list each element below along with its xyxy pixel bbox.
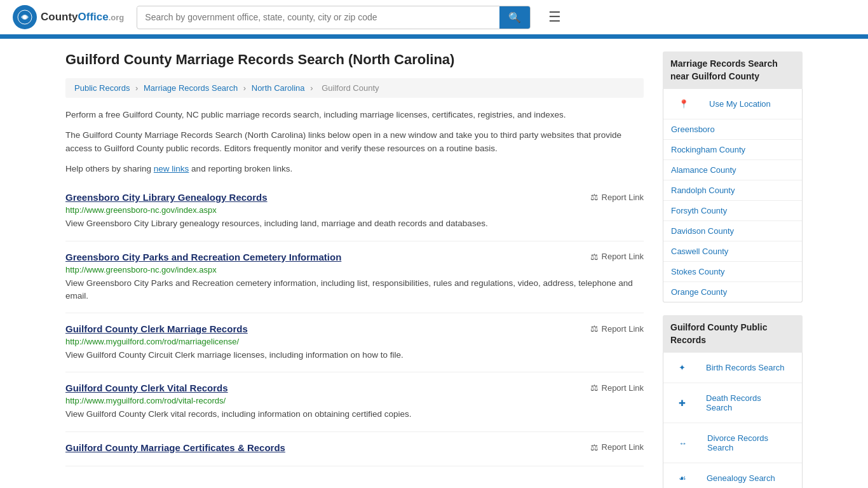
- report-icon-0: ⚖: [590, 192, 599, 202]
- result-header-0: Greensboro City Library Genealogy Record…: [65, 192, 644, 203]
- result-title-link-2[interactable]: Guilford County Clerk Marriage Records: [65, 323, 248, 334]
- divorce-records-icon: ↔: [671, 433, 695, 453]
- sidebar-nearby-section: Marriage Records Search near Guilford Co…: [663, 51, 803, 302]
- result-title-0: Greensboro City Library Genealogy Record…: [65, 192, 268, 203]
- report-link-0[interactable]: ⚖ Report Link: [590, 192, 644, 202]
- result-desc-3: View Guilford County Clerk vital records…: [65, 408, 644, 421]
- new-links-link[interactable]: new links: [154, 164, 189, 173]
- result-header-3: Guilford County Clerk Vital Records⚖ Rep…: [65, 383, 644, 393]
- result-title-3: Guilford County Clerk Vital Records: [65, 383, 228, 393]
- logo-text: CountyOffice.org: [41, 11, 124, 24]
- sidebar: Marriage Records Search near Guilford Co…: [663, 51, 803, 488]
- result-title-link-1[interactable]: Greensboro City Parks and Recreation Cem…: [65, 252, 341, 262]
- description-para1: Perform a free Guilford County, NC publi…: [65, 108, 644, 122]
- site-header: CountyOffice.org 🔍 ☰: [0, 0, 868, 36]
- logo-link[interactable]: CountyOffice.org: [13, 5, 124, 29]
- result-title-2: Guilford County Clerk Marriage Records: [65, 323, 248, 334]
- report-icon-1: ⚖: [590, 252, 599, 262]
- result-desc-2: View Guilford County Circuit Clerk marri…: [65, 349, 644, 362]
- result-title-link-3[interactable]: Guilford County Clerk Vital Records: [65, 383, 228, 393]
- sidebar-nearby-header: Marriage Records Search near Guilford Co…: [663, 51, 803, 89]
- report-link-3[interactable]: ⚖ Report Link: [590, 383, 644, 393]
- sidebar-item-davidson[interactable]: Davidson County: [663, 221, 802, 241]
- result-header-2: Guilford County Clerk Marriage Records⚖ …: [65, 323, 644, 334]
- report-icon-4: ⚖: [590, 442, 599, 452]
- result-url-2[interactable]: http://www.myguilford.com/rod/marriageli…: [65, 337, 644, 346]
- description-para3-suffix: and reporting broken links.: [189, 164, 292, 173]
- birth-records-label: Birth Records Search: [698, 358, 792, 377]
- results-list: Greensboro City Library Genealogy Record…: [65, 182, 644, 466]
- sidebar-item-randolph[interactable]: Randolph County: [663, 180, 802, 201]
- sidebar-public-records-section: Guilford County Public Records ✦ Birth R…: [663, 315, 803, 488]
- sidebar-public-records-list: ✦ Birth Records Search ✚ Death Records S…: [663, 353, 803, 488]
- result-item-4: Guilford County Marriage Certificates & …: [65, 432, 644, 466]
- result-item-0: Greensboro City Library Genealogy Record…: [65, 182, 644, 241]
- svg-point-1: [23, 15, 27, 19]
- search-bar: 🔍: [137, 6, 531, 29]
- breadcrumb-north-carolina[interactable]: North Carolina: [252, 83, 305, 93]
- sidebar-item-greensboro[interactable]: Greensboro: [663, 119, 802, 140]
- report-link-2[interactable]: ⚖ Report Link: [590, 323, 644, 334]
- sidebar-item-birth-records[interactable]: ✦ Birth Records Search: [663, 353, 802, 383]
- page-title: Guilford County Marriage Records Search …: [65, 51, 644, 68]
- sidebar-item-stokes[interactable]: Stokes County: [663, 262, 802, 282]
- search-button[interactable]: 🔍: [499, 6, 530, 29]
- description-para3: Help others by sharing new links and rep…: [65, 162, 644, 176]
- result-title-link-4[interactable]: Guilford County Marriage Certificates & …: [65, 442, 285, 453]
- breadcrumb-sep-3: ›: [310, 83, 313, 93]
- result-url-1[interactable]: http://www.greensboro-nc.gov/index.aspx: [65, 265, 644, 274]
- death-records-icon: ✚: [671, 393, 693, 413]
- sidebar-item-orange[interactable]: Orange County: [663, 282, 802, 302]
- description-para3-prefix: Help others by sharing: [65, 164, 154, 173]
- result-title-1: Greensboro City Parks and Recreation Cem…: [65, 252, 341, 262]
- result-item-2: Guilford County Clerk Marriage Records⚖ …: [65, 313, 644, 372]
- breadcrumb-marriage-search[interactable]: Marriage Records Search: [144, 83, 238, 93]
- result-title-link-0[interactable]: Greensboro City Library Genealogy Record…: [65, 192, 268, 203]
- sidebar-item-death-records[interactable]: ✚ Death Records Search: [663, 383, 802, 423]
- sidebar-item-rockingham[interactable]: Rockingham County: [663, 140, 802, 160]
- genealogy-icon: ☙: [671, 468, 694, 488]
- sidebar-item-alamance[interactable]: Alamance County: [663, 160, 802, 180]
- sidebar-use-location[interactable]: 📍 Use My Location: [663, 89, 802, 119]
- divorce-records-label: Divorce Records Search: [700, 428, 794, 458]
- breadcrumb-sep-2: ›: [243, 83, 246, 93]
- report-link-1[interactable]: ⚖ Report Link: [590, 252, 644, 262]
- sidebar-public-records-header: Guilford County Public Records: [663, 315, 803, 353]
- description-para2: The Guilford County Marriage Records Sea…: [65, 128, 644, 156]
- sidebar-item-forsyth[interactable]: Forsyth County: [663, 201, 802, 221]
- result-item-3: Guilford County Clerk Vital Records⚖ Rep…: [65, 372, 644, 431]
- genealogy-label: Genealogy Search: [699, 468, 783, 488]
- use-location-label: Use My Location: [702, 94, 778, 114]
- result-title-4: Guilford County Marriage Certificates & …: [65, 442, 285, 453]
- sidebar-item-divorce-records[interactable]: ↔ Divorce Records Search: [663, 423, 802, 463]
- report-link-4[interactable]: ⚖ Report Link: [590, 442, 644, 452]
- result-desc-1: View Greensboro City Parks and Recreatio…: [65, 277, 644, 303]
- result-url-3[interactable]: http://www.myguilford.com/rod/vital-reco…: [65, 396, 644, 405]
- breadcrumb-public-records[interactable]: Public Records: [74, 83, 130, 93]
- content-area: Guilford County Marriage Records Search …: [65, 51, 644, 488]
- result-desc-0: View Greensboro City Library genealogy r…: [65, 217, 644, 230]
- pin-icon: 📍: [671, 94, 696, 114]
- breadcrumb: Public Records › Marriage Records Search…: [65, 78, 644, 98]
- result-url-0[interactable]: http://www.greensboro-nc.gov/index.aspx: [65, 205, 644, 215]
- report-icon-2: ⚖: [590, 323, 599, 334]
- menu-button[interactable]: ☰: [543, 6, 566, 28]
- breadcrumb-guilford-county: Guilford County: [322, 83, 379, 93]
- result-header-1: Greensboro City Parks and Recreation Cem…: [65, 252, 644, 262]
- birth-records-icon: ✦: [671, 358, 693, 377]
- logo-icon: [13, 5, 37, 29]
- breadcrumb-sep-1: ›: [135, 83, 138, 93]
- sidebar-nearby-list: 📍 Use My Location Greensboro Rockingham …: [663, 89, 803, 302]
- death-records-label: Death Records Search: [698, 388, 794, 417]
- main-container: Guilford County Marriage Records Search …: [53, 39, 815, 488]
- search-input[interactable]: [137, 7, 499, 27]
- sidebar-item-genealogy[interactable]: ☙ Genealogy Search: [663, 463, 802, 488]
- result-item-1: Greensboro City Parks and Recreation Cem…: [65, 241, 644, 314]
- result-header-4: Guilford County Marriage Certificates & …: [65, 442, 644, 453]
- sidebar-item-caswell[interactable]: Caswell County: [663, 241, 802, 262]
- report-icon-3: ⚖: [590, 383, 599, 393]
